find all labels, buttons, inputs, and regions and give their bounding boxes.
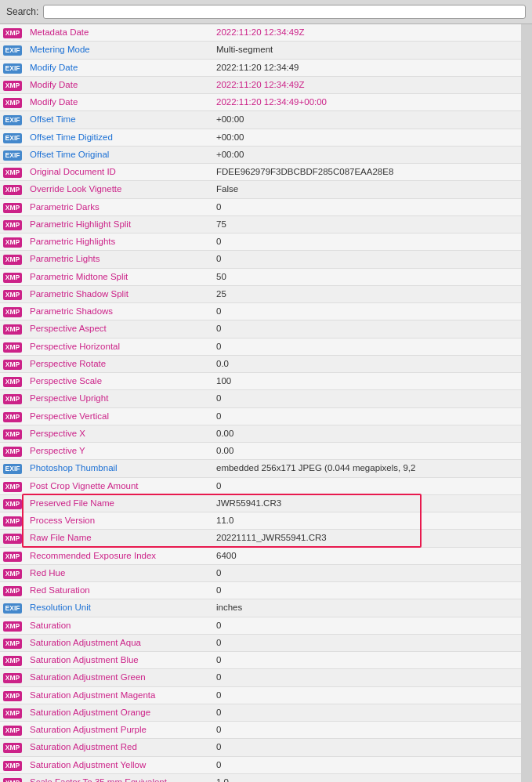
row-badge: XMP	[0, 198, 25, 215]
row-label: Photoshop Thumbnail	[25, 460, 213, 477]
row-value: False	[213, 181, 521, 198]
table-row[interactable]: EXIFOffset Time Digitized+00:00	[0, 129, 521, 146]
xmp-badge: XMP	[3, 203, 22, 213]
row-badge: EXIF	[0, 59, 25, 76]
table-row[interactable]: XMPPerspective Horizontal0	[0, 338, 521, 355]
row-label: Saturation Adjustment Magenta	[25, 686, 213, 704]
row-badge: XMP	[0, 215, 25, 233]
table-row[interactable]: EXIFOffset Time+00:00	[0, 111, 521, 129]
row-badge: XMP	[0, 530, 25, 547]
table-row[interactable]: EXIFMetering ModeMulti-segment	[0, 42, 521, 59]
row-value: 0.00	[213, 425, 521, 442]
table-row[interactable]: XMPSaturation Adjustment Blue0	[0, 652, 521, 669]
table-row[interactable]: XMPOriginal Document IDFDEE962979F3DBCBD…	[0, 164, 521, 181]
table-row[interactable]: XMPProcess Version11.0	[0, 512, 521, 530]
xmp-badge: XMP	[3, 98, 22, 108]
xmp-badge: XMP	[3, 552, 22, 562]
table-row[interactable]: XMPRecommended Exposure Index6400	[0, 547, 521, 564]
row-badge: XMP	[0, 355, 25, 372]
row-value: +00:00	[213, 111, 521, 129]
row-label: Parametric Shadow Split	[25, 285, 213, 302]
table-row[interactable]: XMPMetadata Date2022:11:20 12:34:49Z	[0, 24, 521, 42]
table-row[interactable]: XMPOverride Look VignetteFalse	[0, 181, 521, 198]
table-row[interactable]: XMPSaturation Adjustment Green0	[0, 669, 521, 686]
table-row[interactable]: XMPRaw File Name20221111_JWR55941.CR3	[0, 530, 521, 547]
row-label: Modify Date	[25, 94, 213, 111]
row-badge: XMP	[0, 512, 25, 530]
table-row[interactable]: XMPRed Hue0	[0, 564, 521, 581]
row-value: 0	[213, 722, 521, 739]
table-row[interactable]: XMPPerspective Rotate0.0	[0, 355, 521, 372]
table-row[interactable]: XMPModify Date2022:11:20 12:34:49+00:00	[0, 94, 521, 111]
row-label: Perspective Scale	[25, 373, 213, 390]
row-badge: XMP	[0, 756, 25, 773]
xmp-badge: XMP	[3, 743, 22, 753]
table-row[interactable]: XMPPerspective Y0.00	[0, 443, 521, 460]
xmp-badge: XMP	[3, 726, 22, 736]
row-badge: XMP	[0, 617, 25, 634]
table-row[interactable]: EXIFPhotoshop Thumbnailembedded 256x171 …	[0, 460, 521, 477]
row-badge: XMP	[0, 443, 25, 460]
row-value: 75	[213, 215, 521, 233]
table-row[interactable]: XMPSaturation Adjustment Yellow0	[0, 756, 521, 773]
xmp-badge: XMP	[3, 482, 22, 492]
xmp-badge: XMP	[3, 621, 22, 632]
row-label: Parametric Midtone Split	[25, 268, 213, 285]
table-row[interactable]: XMPParametric Midtone Split50	[0, 268, 521, 285]
row-badge: EXIF	[0, 460, 25, 477]
table-row[interactable]: XMPRed Saturation0	[0, 582, 521, 599]
row-label: Saturation Adjustment Purple	[25, 722, 213, 739]
row-badge: XMP	[0, 739, 25, 756]
xmp-badge: XMP	[3, 761, 22, 771]
search-input[interactable]	[43, 5, 526, 19]
row-badge: EXIF	[0, 129, 25, 146]
table-row[interactable]: XMPSaturation Adjustment Red0	[0, 739, 521, 756]
scrollbar[interactable]	[521, 24, 532, 782]
table-row[interactable]: EXIFModify Date2022:11:20 12:34:49	[0, 59, 521, 76]
xmp-badge: XMP	[3, 708, 22, 719]
table-row[interactable]: XMPParametric Highlight Split75	[0, 215, 521, 233]
row-badge: XMP	[0, 268, 25, 285]
row-badge: XMP	[0, 407, 25, 425]
row-value: embedded 256x171 JPEG (0.044 megapixels,…	[213, 460, 521, 477]
table-row[interactable]: XMPPerspective Upright0	[0, 390, 521, 407]
row-value: JWR55941.CR3	[213, 494, 521, 512]
row-value: 2022:11:20 12:34:49+00:00	[213, 94, 521, 111]
row-label: Parametric Shadows	[25, 303, 213, 320]
table-row[interactable]: XMPPerspective Vertical0	[0, 407, 521, 425]
row-value: 20221111_JWR55941.CR3	[213, 530, 521, 547]
xmp-badge: XMP	[3, 168, 22, 178]
table-row[interactable]: XMPSaturation Adjustment Purple0	[0, 722, 521, 739]
row-badge: XMP	[0, 234, 25, 251]
table-row[interactable]: XMPSaturation0	[0, 617, 521, 634]
table-row[interactable]: XMPModify Date2022:11:20 12:34:49Z	[0, 76, 521, 93]
row-badge: EXIF	[0, 111, 25, 129]
table-row[interactable]: XMPPerspective X0.00	[0, 425, 521, 442]
row-value: 0.0	[213, 355, 521, 372]
table-row[interactable]: XMPSaturation Adjustment Aqua0	[0, 634, 521, 651]
table-row[interactable]: XMPPerspective Scale100	[0, 373, 521, 390]
table-row[interactable]: XMPSaturation Adjustment Orange0	[0, 704, 521, 721]
row-value: 0	[213, 198, 521, 215]
row-label: Perspective Upright	[25, 390, 213, 407]
xmp-badge: XMP	[3, 447, 22, 457]
row-value: 0	[213, 407, 521, 425]
table-row[interactable]: XMPParametric Darks0	[0, 198, 521, 215]
table-row[interactable]: EXIFResolution Unitinches	[0, 599, 521, 617]
table-row[interactable]: XMPPreserved File NameJWR55941.CR3	[0, 494, 521, 512]
table-row[interactable]: XMPPerspective Aspect0	[0, 320, 521, 338]
table-row[interactable]: EXIFOffset Time Original+00:00	[0, 146, 521, 163]
row-label: Offset Time Original	[25, 146, 213, 163]
xmp-badge: XMP	[3, 499, 22, 509]
table-row[interactable]: XMPParametric Shadows0	[0, 303, 521, 320]
table-row[interactable]: XMPParametric Highlights0	[0, 234, 521, 251]
table-row[interactable]: XMPParametric Lights0	[0, 251, 521, 268]
xmp-badge: XMP	[3, 639, 22, 649]
table-row[interactable]: XMPPost Crop Vignette Amount0	[0, 477, 521, 494]
table-row[interactable]: XMPParametric Shadow Split25	[0, 285, 521, 302]
row-label: Parametric Highlights	[25, 234, 213, 251]
exif-badge: EXIF	[3, 603, 22, 614]
row-value: 1.0	[213, 773, 521, 782]
table-row[interactable]: XMPScale Factor To 35 mm Equivalent1.0	[0, 773, 521, 782]
table-row[interactable]: XMPSaturation Adjustment Magenta0	[0, 686, 521, 704]
